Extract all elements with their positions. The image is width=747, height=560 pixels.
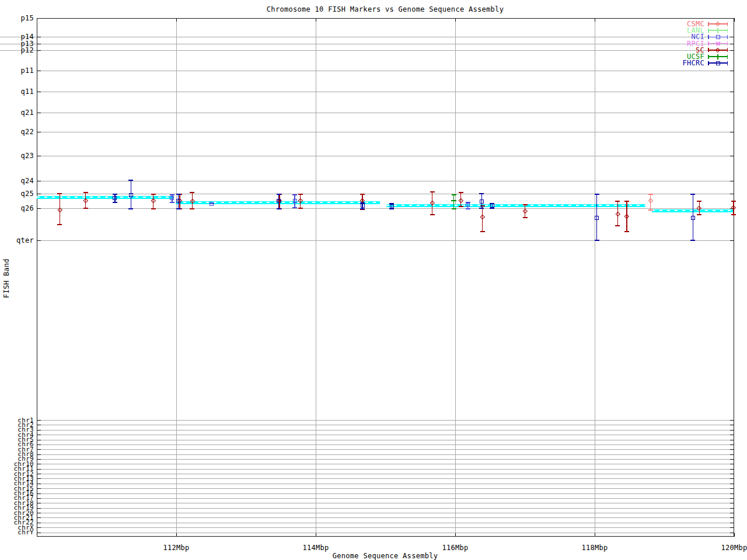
xtick-label-118Mbp: 118Mbp [571, 544, 618, 552]
point-nci-cap-top [292, 194, 297, 195]
legend-rpci-sample-cap-right [727, 41, 728, 46]
point-nci-square-marker [210, 202, 214, 206]
point-sc-cap-top [298, 194, 303, 195]
point-fhcrc-square-marker [595, 216, 599, 220]
point-nci-square-marker [466, 203, 470, 207]
point-sc-cap-bottom [190, 208, 194, 209]
legend-fhcrc-sample-cap-right [727, 61, 728, 65]
legend-fhcrc-sample-square-marker [716, 61, 720, 65]
point-sc-cap-top [360, 194, 365, 195]
ytick-label-q22: q22 [5, 128, 34, 136]
legend-sc-sample-cap-right [727, 48, 728, 52]
ytick-label-q23: q23 [5, 152, 34, 160]
point-fhcrc-square-marker [480, 200, 484, 204]
legend-ucsf-sample-cap-left [708, 55, 709, 59]
point-fhcrc-square-marker [361, 204, 365, 208]
point-fhcrc-cap-top [595, 194, 599, 195]
point-fhcrc-cap-top [113, 194, 117, 195]
point-fhcrc-square-marker [691, 216, 695, 220]
legend-nci-sample-cap-left [708, 35, 709, 39]
legend-sc-sample-cap-left [708, 48, 709, 52]
point-fhcrc-square-marker [129, 193, 133, 197]
point-nci-cap-bottom [292, 207, 297, 208]
legend-lanl-sample-plus-marker-v [717, 28, 718, 33]
point-fhcrc-cap-top [277, 194, 281, 195]
point-sc-cap-top [731, 201, 736, 202]
point-fhcrc-cap-bottom [690, 240, 695, 241]
point-fhcrc-square-marker [113, 196, 117, 200]
point-fhcrc-cap-bottom [277, 208, 281, 209]
legend-lanl-sample-cap-left [708, 29, 709, 33]
point-sc-cap-top [190, 192, 194, 193]
legend-rpci-sample-cap-left [708, 41, 709, 46]
point-fhcrc-cap-bottom [176, 208, 181, 209]
legend-fhcrc-label: FHCRC [646, 59, 704, 67]
legend-nci-sample-square-marker [716, 35, 720, 39]
point-fhcrc-cap-bottom [595, 240, 599, 241]
plot-border [37, 18, 734, 537]
point-fhcrc-square-marker [490, 204, 494, 208]
point-nci-square-marker [170, 196, 174, 200]
ytick-label-q11: q11 [5, 88, 34, 96]
point-sc-cap-bottom [430, 214, 435, 215]
ytick-label-p12: p12 [5, 46, 34, 54]
ytick-label-p15: p15 [5, 14, 34, 22]
point-fhcrc-square-marker [176, 199, 180, 203]
legend-lanl-sample-cap-right [727, 29, 728, 33]
assembly-segment-3 [386, 204, 646, 207]
point-sc-cap-top [523, 204, 528, 205]
point-csmc-cap-bottom [648, 209, 653, 211]
point-ucsf-cap-top [452, 194, 456, 195]
point-fhcrc-cap-top [128, 180, 133, 181]
legend-fhcrc-sample-cap-left [708, 61, 709, 65]
point-ucsf-plus-marker-v [453, 198, 455, 204]
legend-ucsf-sample-plus-marker-v [717, 54, 718, 60]
legend-ucsf-sample-cap-right [727, 55, 728, 59]
point-ucsf-cap-bottom [452, 208, 456, 209]
ytick-label-p11: p11 [5, 66, 34, 75]
point-sc-cap-top [57, 193, 62, 194]
ytick-label-q24: q24 [5, 177, 34, 185]
ytick-label-chrY: chrY [5, 530, 34, 535]
point-sc-cap-bottom [697, 214, 701, 215]
ytick-label-qter: qter [5, 236, 34, 244]
point-sc-cap-bottom [57, 224, 62, 225]
point-sc-cap-top [697, 201, 701, 202]
assembly-segment-dash-pattern [386, 205, 646, 206]
point-sc-cap-bottom [523, 217, 528, 218]
point-sc-cap-top [83, 192, 88, 193]
fish-markers-chart: Chromosome 10 FISH Markers vs Genome Seq… [0, 0, 747, 560]
plot-area: p15p14p13p12p11q11q21q22q23q24q25q26qter… [0, 0, 747, 560]
point-nci-square-marker [293, 199, 297, 203]
point-sc-cap-top [151, 194, 156, 195]
point-sc-cap-bottom [615, 225, 620, 226]
point-fhcrc-cap-top [690, 194, 695, 195]
point-sc-cap-bottom [151, 208, 156, 209]
legend-nci-sample-cap-right [727, 35, 728, 39]
ytick-label-q26: q26 [5, 204, 34, 212]
xtick-label-116Mbp: 116Mbp [432, 544, 479, 552]
legend-csmc-sample-cap-right [727, 22, 728, 26]
point-nci-cap-bottom [466, 208, 470, 209]
point-sc-cap-bottom [459, 206, 463, 207]
point-fhcrc-cap-bottom [389, 208, 394, 209]
point-fhcrc-cap-top [479, 193, 484, 194]
ytick-label-q21: q21 [5, 108, 34, 117]
point-fhcrc-square-marker [277, 199, 281, 203]
point-sc-cap-top [430, 191, 435, 192]
point-csmc-cap-top [648, 194, 653, 195]
point-sc-cap-bottom [298, 208, 303, 209]
xtick-label-120Mbp: 120Mbp [711, 544, 747, 552]
legend-csmc-sample-cap-left [708, 22, 709, 26]
point-sc-cap-top [624, 201, 629, 202]
point-fhcrc-cap-bottom [479, 208, 484, 209]
point-sc-cap-top [459, 192, 463, 193]
ytick-label-q25: q25 [5, 190, 34, 198]
point-fhcrc-cap-bottom [113, 202, 117, 203]
point-fhcrc-cap-bottom [128, 208, 133, 209]
xtick-label-112Mbp: 112Mbp [153, 544, 200, 552]
point-sc-cap-bottom [83, 208, 88, 209]
point-fhcrc-cap-top [176, 194, 181, 195]
point-fhcrc-cap-bottom [490, 208, 494, 209]
point-sc-cap-bottom [624, 231, 629, 232]
